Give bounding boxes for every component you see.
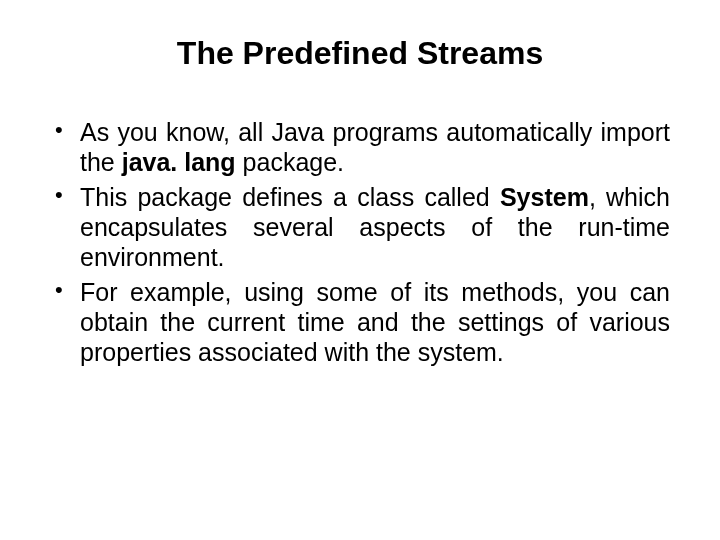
slide-title: The Predefined Streams: [50, 35, 670, 72]
list-item: As you know, all Java programs automatic…: [50, 117, 670, 177]
bullet-text-suffix: package.: [243, 148, 344, 176]
list-item: This package defines a class called Syst…: [50, 182, 670, 272]
bullet-text-prefix: This package defines a class called: [80, 183, 500, 211]
bullet-text-bold: System: [500, 183, 589, 211]
bullet-text-prefix: For example, using some of its methods, …: [80, 278, 670, 366]
bullet-list: As you know, all Java programs automatic…: [50, 117, 670, 367]
bullet-text-bold: java. lang: [122, 148, 243, 176]
list-item: For example, using some of its methods, …: [50, 277, 670, 367]
